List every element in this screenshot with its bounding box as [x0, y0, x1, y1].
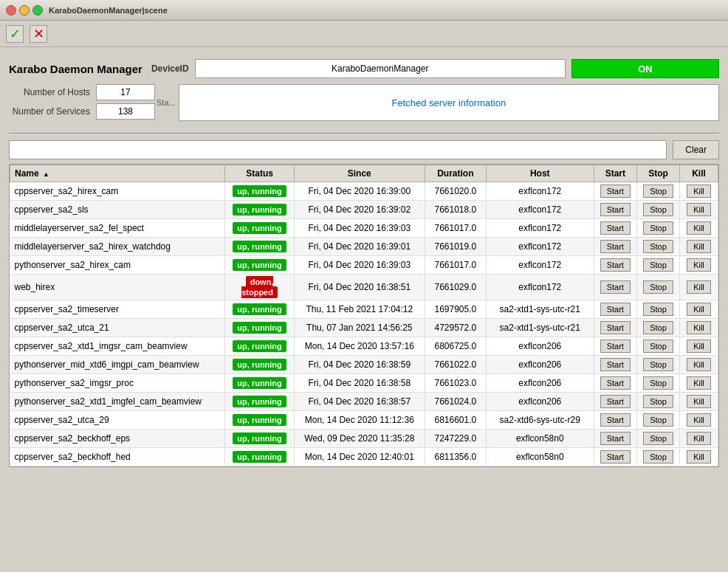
close-button[interactable] — [6, 5, 16, 15]
col-status: Status — [225, 165, 295, 182]
cell-host: exflcon172 — [486, 219, 594, 238]
kill-button[interactable]: Kill — [687, 303, 711, 316]
start-button[interactable]: Start — [600, 203, 631, 216]
start-button[interactable]: Start — [600, 340, 631, 353]
maximize-button[interactable] — [32, 5, 43, 15]
filter-input[interactable] — [9, 140, 667, 159]
cell-since: Mon, 14 Dec 2020 11:12:36 — [294, 411, 425, 430]
cell-duration: 6816601.0 — [425, 411, 486, 430]
device-id-input[interactable] — [195, 59, 566, 78]
cell-host: sa2-xtd6-sys-utc-r29 — [486, 411, 594, 430]
col-host: Host — [486, 165, 594, 182]
col-duration: Duration — [425, 165, 486, 182]
kill-button[interactable]: Kill — [687, 258, 711, 272]
status-badge: up, running — [233, 185, 286, 197]
start-button[interactable]: Start — [600, 280, 631, 294]
stop-button[interactable]: Stop — [643, 258, 673, 272]
start-button[interactable]: Start — [600, 413, 631, 427]
cell-name: cppserver_sa2_timeserver — [10, 300, 225, 319]
kill-button[interactable]: Kill — [687, 340, 711, 353]
cell-host: exflcon206 — [486, 337, 594, 356]
cell-status: up, running — [225, 356, 295, 374]
cell-since: Fri, 04 Dec 2020 16:39:02 — [294, 201, 425, 219]
table-row: pythonserver_sa2_imgsr_proc up, running … — [10, 374, 718, 393]
window-controls[interactable] — [6, 5, 43, 15]
start-button[interactable]: Start — [600, 376, 631, 390]
window-title: KaraboDaemonManager|scene — [49, 6, 168, 15]
start-button[interactable]: Start — [600, 395, 631, 408]
on-button[interactable]: ON — [571, 59, 719, 78]
start-button[interactable]: Start — [600, 185, 631, 198]
kill-button[interactable]: Kill — [687, 240, 711, 253]
start-button[interactable]: Start — [600, 321, 631, 334]
cell-kill: Kill — [679, 337, 718, 356]
start-button[interactable]: Start — [600, 258, 631, 272]
cancel-button[interactable]: ✕ — [30, 25, 47, 43]
cell-start: Start — [594, 448, 636, 466]
minimize-button[interactable] — [19, 5, 30, 15]
kill-button[interactable]: Kill — [687, 376, 711, 390]
status-panel: Sta... Fetched server information — [157, 84, 719, 121]
cell-name: pythonserver_sa2_xtd1_imgfel_cam_beamvie… — [10, 393, 225, 411]
start-button[interactable]: Start — [600, 221, 631, 235]
cell-since: Thu, 11 Feb 2021 17:04:12 — [294, 300, 425, 319]
start-button[interactable]: Start — [600, 358, 631, 371]
cell-since: Fri, 04 Dec 2020 16:38:57 — [294, 393, 425, 411]
cell-kill: Kill — [679, 448, 718, 466]
start-button[interactable]: Start — [600, 450, 631, 464]
table-row: cppserver_sa2_beckhoff_eps up, running W… — [10, 430, 718, 448]
kill-button[interactable]: Kill — [687, 358, 711, 371]
col-name[interactable]: Name ▲ — [10, 165, 225, 182]
stop-button[interactable]: Stop — [643, 395, 673, 408]
stop-button[interactable]: Stop — [643, 432, 673, 445]
kill-button[interactable]: Kill — [687, 413, 711, 427]
confirm-button[interactable]: ✓ — [6, 25, 24, 43]
kill-button[interactable]: Kill — [687, 321, 711, 334]
cell-kill: Kill — [679, 411, 718, 430]
kill-button[interactable]: Kill — [687, 432, 711, 445]
cell-since: Fri, 04 Dec 2020 16:39:03 — [294, 256, 425, 275]
stop-button[interactable]: Stop — [643, 413, 673, 427]
cell-duration: 7661017.0 — [425, 256, 486, 275]
stop-button[interactable]: Stop — [643, 303, 673, 316]
start-button[interactable]: Start — [600, 240, 631, 253]
stop-button[interactable]: Stop — [643, 376, 673, 390]
stop-button[interactable]: Stop — [643, 203, 673, 216]
stop-button[interactable]: Stop — [643, 280, 673, 294]
stop-button[interactable]: Stop — [643, 358, 673, 371]
cell-status: up, running — [225, 300, 295, 319]
app-title: Karabo Daemon Manager — [9, 63, 142, 75]
cell-host: exflcon172 — [486, 256, 594, 275]
clear-button[interactable]: Clear — [673, 140, 719, 159]
table-row: pythonserver_mid_xtd6_imgpi_cam_beamview… — [10, 356, 718, 374]
cell-start: Start — [594, 337, 636, 356]
kill-button[interactable]: Kill — [687, 221, 711, 235]
stop-button[interactable]: Stop — [643, 450, 673, 464]
stop-button[interactable]: Stop — [643, 185, 673, 198]
cell-kill: Kill — [679, 275, 718, 300]
start-button[interactable]: Start — [600, 303, 631, 316]
device-row: Karabo Daemon Manager DeviceID ON — [9, 59, 719, 78]
status-text: Fetched server information — [392, 97, 506, 108]
kill-button[interactable]: Kill — [687, 185, 711, 198]
cell-start: Start — [594, 411, 636, 430]
kill-button[interactable]: Kill — [687, 280, 711, 294]
stats-panel: Number of Hosts 17 Number of Services 13… — [9, 84, 157, 120]
stop-button[interactable]: Stop — [643, 221, 673, 235]
kill-button[interactable]: Kill — [687, 395, 711, 408]
table-body: cppserver_sa2_hirex_cam up, running Fri,… — [10, 182, 718, 466]
stop-button[interactable]: Stop — [643, 240, 673, 253]
table-row: cppserver_sa2_utca_21 up, running Thu, 0… — [10, 319, 718, 337]
col-start: Start — [594, 165, 636, 182]
stop-button[interactable]: Stop — [643, 340, 673, 353]
cell-duration: 7661029.0 — [425, 275, 486, 300]
start-button[interactable]: Start — [600, 432, 631, 445]
table-container[interactable]: Name ▲ Status Since Duration Host Start … — [9, 164, 719, 467]
num-hosts-value: 17 — [96, 84, 155, 100]
cell-status: down, stopped — [225, 275, 295, 300]
kill-button[interactable]: Kill — [687, 203, 711, 216]
kill-button[interactable]: Kill — [687, 450, 711, 464]
stop-button[interactable]: Stop — [643, 321, 673, 334]
cell-status: up, running — [225, 448, 295, 466]
cell-host: exflcon172 — [486, 182, 594, 201]
